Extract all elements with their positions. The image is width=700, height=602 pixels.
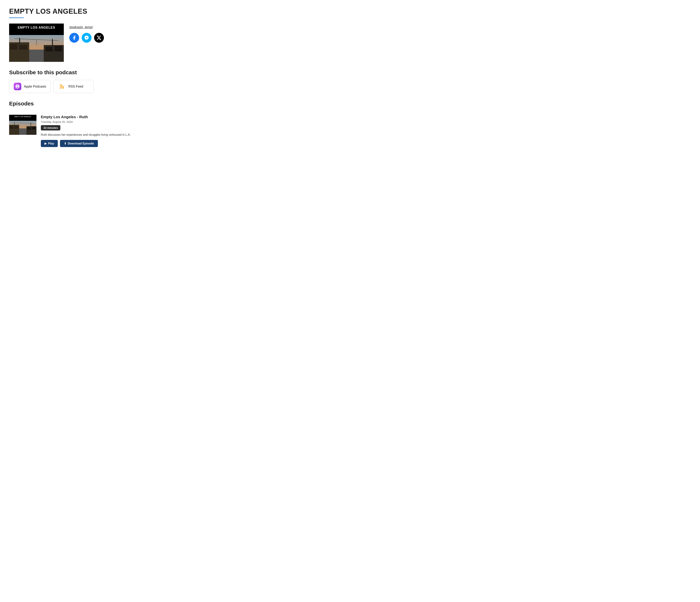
rss-feed-button[interactable]: RSS Feed xyxy=(54,80,94,93)
svg-rect-20 xyxy=(14,126,18,128)
play-icon: ▶ xyxy=(45,142,47,145)
episode-duration: 33 minutes xyxy=(41,125,60,130)
episode-description: Ruth discusses her experiences and strug… xyxy=(41,133,155,137)
episodes-section-title: Episodes xyxy=(9,100,155,107)
svg-rect-23 xyxy=(32,127,35,129)
svg-rect-17 xyxy=(19,128,26,135)
svg-rect-26 xyxy=(31,123,31,128)
episode-thumb-scene xyxy=(9,121,36,135)
apple-podcasts-button[interactable]: Apple Podcasts xyxy=(9,80,51,93)
episode-thumbnail: EMPTY LOS ANGELES xyxy=(9,115,36,135)
download-icon: ⬇ xyxy=(64,142,66,145)
title-underline xyxy=(9,18,24,18)
download-episode-button[interactable]: ⬇ Download Episode xyxy=(60,140,98,147)
podcast-meta: /podcasts_temp/ xyxy=(69,24,104,43)
svg-rect-12 xyxy=(19,38,20,50)
episode-info: Empty Los Angeles - Ruth Tuesday, August… xyxy=(41,115,155,147)
podcast-url-link[interactable]: /podcasts_temp/ xyxy=(69,25,104,29)
subscribe-buttons: Apple Podcasts RSS Feed xyxy=(9,80,155,93)
download-label: Download Episode xyxy=(68,142,94,145)
svg-rect-1 xyxy=(29,50,44,62)
podcast-cover-art: EMPTY LOS ANGELES xyxy=(9,24,64,62)
social-icons xyxy=(69,33,104,43)
play-button[interactable]: ▶ Play xyxy=(41,140,58,147)
messenger-icon-button[interactable] xyxy=(82,33,92,43)
podcast-header: EMPTY LOS ANGELES xyxy=(9,24,155,62)
episode-thumb-title: EMPTY LOS ANGELES xyxy=(9,116,36,118)
svg-rect-19 xyxy=(10,126,13,129)
svg-point-15 xyxy=(60,88,61,89)
rss-icon xyxy=(58,82,66,90)
episode-title: Empty Los Angeles - Ruth xyxy=(41,115,155,119)
svg-rect-3 xyxy=(10,44,17,50)
svg-point-14 xyxy=(17,86,18,87)
facebook-icon-button[interactable] xyxy=(69,33,79,43)
cover-title: EMPTY LOS ANGELES xyxy=(9,26,64,29)
x-twitter-icon-button[interactable] xyxy=(94,33,104,43)
rss-feed-label: RSS Feed xyxy=(68,85,83,89)
svg-rect-13 xyxy=(52,39,53,50)
page-title: EMPTY LOS ANGELES xyxy=(9,7,155,15)
episode-date: Tuesday, August 20, 2024 xyxy=(41,120,155,123)
apple-podcasts-icon xyxy=(14,82,21,90)
cover-scene xyxy=(9,35,64,62)
play-label: Play xyxy=(48,142,54,145)
svg-rect-25 xyxy=(14,122,15,128)
svg-rect-4 xyxy=(19,45,27,50)
apple-podcasts-label: Apple Podcasts xyxy=(24,85,46,89)
svg-rect-6 xyxy=(46,47,53,51)
subscribe-section-title: Subscribe to this podcast xyxy=(9,69,155,75)
svg-rect-7 xyxy=(55,46,62,51)
episode-item: EMPTY LOS ANGELES xyxy=(9,111,155,151)
episode-actions: ▶ Play ⬇ Download Episode xyxy=(41,140,155,147)
svg-rect-22 xyxy=(27,127,31,130)
episodes-section: Episodes EMPTY LOS ANGELES xyxy=(9,100,155,151)
